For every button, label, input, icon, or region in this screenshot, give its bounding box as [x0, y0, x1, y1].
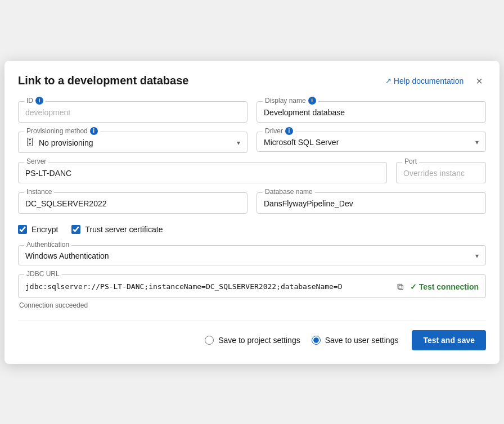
jdbc-field-wrapper: JDBC URL ⧉ ✓ Test connection [18, 274, 486, 298]
id-field-group: ID i [18, 101, 248, 123]
database-name-input[interactable] [264, 199, 479, 208]
test-and-save-button[interactable]: Test and save [412, 330, 486, 350]
port-field-wrapper: Port [396, 162, 486, 183]
instance-input[interactable] [25, 199, 240, 208]
instance-field-group: Instance [18, 192, 248, 214]
display-name-info-icon[interactable]: i [308, 97, 316, 105]
database-name-label: Database name [263, 188, 315, 196]
test-connection-button[interactable]: ✓ Test connection [410, 282, 479, 291]
close-button[interactable]: × [472, 74, 486, 88]
save-project-radio[interactable] [205, 336, 214, 345]
id-input[interactable] [25, 108, 240, 117]
authentication-field-group: Authentication Windows Authentication ▾ … [18, 245, 486, 265]
jdbc-inner: ⧉ ✓ Test connection [25, 281, 479, 293]
connection-success-message: Connection succeeded [18, 301, 486, 309]
row-provisioning-driver: Provisioning method i 🗄 No provisioning … [18, 132, 486, 153]
save-project-radio-item[interactable]: Save to project settings [205, 336, 300, 345]
encrypt-label: Encrypt [32, 225, 58, 234]
encrypt-checkbox-item[interactable]: Encrypt [18, 225, 58, 234]
row-instance-dbname: Instance Database name [18, 192, 486, 214]
modal-header: Link to a development database ↗ Help do… [18, 74, 486, 88]
save-project-label: Save to project settings [218, 336, 300, 345]
save-user-label: Save to user settings [325, 336, 399, 345]
trust-cert-label: Trust server certificate [85, 225, 163, 234]
row-server-port: Server Port [18, 162, 486, 183]
id-label: ID i [24, 97, 46, 105]
server-input[interactable] [25, 169, 380, 178]
display-name-label: Display name i [263, 97, 318, 105]
help-documentation-link[interactable]: ↗ Help documentation [385, 76, 464, 85]
id-field-wrapper: ID i [18, 101, 248, 123]
checkboxes-row: Encrypt Trust server certificate [18, 223, 486, 236]
jdbc-url-label: JDBC URL [24, 270, 62, 278]
copy-jdbc-button[interactable]: ⧉ [395, 281, 406, 293]
driver-field-group: Driver i Microsoft SQL Server ▾ Microsof… [256, 132, 486, 153]
modal-container: Link to a development database ↗ Help do… [4, 61, 500, 364]
save-settings-radio-group: Save to project settings Save to user se… [205, 336, 398, 345]
server-field-wrapper: Server [18, 162, 387, 183]
port-field-group: Port [396, 162, 486, 183]
display-name-field-group: Display name i [256, 101, 486, 123]
display-name-input[interactable] [264, 108, 479, 117]
modal-header-actions: ↗ Help documentation × [385, 74, 486, 88]
database-name-field-group: Database name [256, 192, 486, 214]
check-icon: ✓ [410, 282, 417, 291]
row-id-displayname: ID i Display name i [18, 101, 486, 123]
trust-cert-checkbox-item[interactable]: Trust server certificate [71, 225, 163, 234]
copy-icon: ⧉ [397, 282, 403, 292]
server-field-group: Server [18, 162, 387, 183]
row-jdbc: JDBC URL ⧉ ✓ Test connection Connection … [18, 274, 486, 309]
modal-footer: Save to project settings Save to user se… [18, 321, 486, 350]
external-link-icon: ↗ [385, 76, 392, 85]
trust-cert-checkbox[interactable] [71, 225, 80, 234]
driver-field-wrapper: Driver i Microsoft SQL Server ▾ Microsof… [256, 132, 486, 152]
port-input[interactable] [403, 169, 479, 178]
authentication-field-wrapper: Authentication Windows Authentication ▾ … [18, 245, 486, 265]
instance-field-wrapper: Instance [18, 192, 248, 214]
row-authentication: Authentication Windows Authentication ▾ … [18, 245, 486, 265]
provisioning-field-group: Provisioning method i 🗄 No provisioning … [18, 132, 248, 153]
encrypt-checkbox[interactable] [18, 225, 27, 234]
jdbc-field-group: JDBC URL ⧉ ✓ Test connection Connection … [18, 274, 486, 309]
provisioning-field-wrapper: Provisioning method i 🗄 No provisioning … [18, 132, 248, 153]
instance-label: Instance [24, 188, 54, 196]
save-user-radio-item[interactable]: Save to user settings [312, 336, 399, 345]
server-label: Server [24, 157, 48, 165]
port-label: Port [402, 157, 419, 165]
id-info-icon[interactable]: i [35, 97, 43, 105]
display-name-field-wrapper: Display name i [256, 101, 486, 123]
modal-title: Link to a development database [18, 74, 188, 87]
jdbc-url-input[interactable] [25, 282, 390, 291]
database-name-field-wrapper: Database name [256, 192, 486, 214]
save-user-radio[interactable] [312, 336, 321, 345]
